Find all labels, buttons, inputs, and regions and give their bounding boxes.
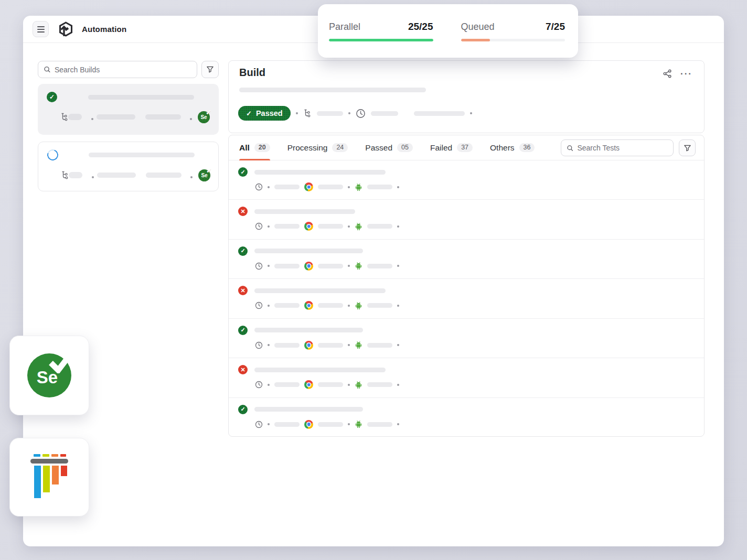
- test-title-skeleton: [254, 249, 363, 253]
- selenium-badge-icon: Se ✓: [198, 111, 210, 123]
- meta-skeleton: [318, 185, 343, 189]
- test-row[interactable]: ✕: [229, 200, 704, 239]
- tests-tab[interactable]: Passed 05: [365, 135, 413, 160]
- test-row[interactable]: ✓: [229, 319, 704, 358]
- meta-skeleton: [367, 343, 392, 348]
- tests-tab[interactable]: All 20: [239, 135, 270, 160]
- build-meta-line: Se ✓: [38, 111, 219, 124]
- meta-skeleton: [367, 382, 392, 387]
- test-title-skeleton: [254, 209, 355, 214]
- dot-separator: [397, 225, 399, 228]
- tests-panel: All 20 Processing 24 Passed 05 Failed 37…: [228, 135, 705, 437]
- dot-separator: [397, 186, 399, 188]
- meta-skeleton: [318, 343, 343, 348]
- dot-separator: [91, 118, 93, 120]
- build-description-skeleton: [239, 88, 426, 92]
- build-meta-row: ✓ Passed: [238, 106, 472, 121]
- meta-skeleton: [367, 224, 392, 229]
- tab-label: Failed: [430, 143, 452, 153]
- dot-separator: [348, 112, 350, 114]
- more-options-button[interactable]: ···: [680, 69, 692, 78]
- chrome-icon: [304, 182, 313, 191]
- hamburger-menu-button[interactable]: [33, 21, 49, 37]
- branch-icon: [60, 113, 69, 122]
- queued-value: 7/25: [546, 21, 565, 33]
- dot-separator: [268, 305, 270, 307]
- search-tests-input[interactable]: [577, 144, 668, 152]
- test-row[interactable]: ✕: [229, 279, 704, 318]
- build-title-skeleton: [89, 153, 195, 157]
- queued-progress-fill: [461, 39, 490, 41]
- meta-skeleton: [367, 422, 392, 427]
- dot-separator: [348, 384, 350, 386]
- test-title-skeleton: [254, 328, 363, 332]
- dot-separator: [92, 176, 94, 178]
- search-icon: [567, 144, 573, 152]
- pytest-logo-icon: [29, 454, 69, 500]
- pytest-logo-card: [9, 438, 89, 516]
- parallel-metric: Parallel 25/25: [329, 21, 433, 41]
- build-list-item[interactable]: ✓ Se ✓: [38, 84, 219, 135]
- meta-skeleton: [318, 382, 343, 387]
- test-row[interactable]: ✕: [229, 358, 704, 397]
- meta-skeleton: [318, 264, 343, 268]
- clock-icon: [255, 301, 263, 309]
- build-title-skeleton: [88, 95, 194, 100]
- clock-icon: [255, 381, 263, 389]
- search-builds-field[interactable]: [38, 61, 197, 78]
- dot-separator: [348, 225, 350, 228]
- filter-icon: [684, 144, 691, 152]
- build-header-panel: Build ··· ✓ Passed: [228, 60, 705, 133]
- builds-filter-button[interactable]: [201, 61, 219, 78]
- test-title-skeleton: [254, 368, 386, 372]
- share-icon: [663, 69, 672, 78]
- meta-skeleton: [274, 224, 300, 229]
- test-title-skeleton: [254, 288, 386, 293]
- meta-skeleton: [68, 114, 82, 120]
- meta-skeleton: [367, 264, 392, 268]
- dot-separator: [397, 384, 399, 386]
- meta-skeleton: [274, 185, 300, 189]
- meta-skeleton: [97, 114, 135, 120]
- filter-icon: [206, 66, 214, 73]
- parallel-value: 25/25: [408, 21, 433, 33]
- tests-tab[interactable]: Others 36: [490, 135, 535, 160]
- status-icon: ✕: [238, 286, 248, 295]
- meta-skeleton: [97, 173, 136, 178]
- selenium-logo-card: Se: [9, 336, 89, 415]
- meta-skeleton: [146, 173, 182, 178]
- tab-count-badge: 20: [254, 143, 270, 153]
- build-list-item[interactable]: Se ✓: [38, 142, 219, 191]
- android-icon: [355, 301, 362, 310]
- meta-skeleton: [274, 264, 300, 268]
- share-button[interactable]: [663, 69, 672, 78]
- test-row[interactable]: ✓: [229, 240, 704, 279]
- tab-label: Processing: [287, 143, 328, 153]
- tests-list: ✓: [229, 160, 704, 437]
- test-row[interactable]: ✓: [229, 398, 704, 437]
- passed-status-icon: ✓: [47, 92, 57, 102]
- dot-separator: [268, 344, 270, 346]
- chrome-icon: [304, 262, 313, 271]
- search-tests-field[interactable]: [561, 139, 674, 156]
- chrome-icon: [304, 222, 313, 231]
- status-icon: ✓: [238, 326, 248, 335]
- parallel-label: Parallel: [329, 21, 360, 33]
- tests-filter-button[interactable]: [679, 139, 696, 156]
- test-title-skeleton: [254, 170, 386, 175]
- chrome-icon: [304, 380, 313, 389]
- tests-tab[interactable]: Failed 37: [430, 135, 473, 160]
- status-icon: ✕: [238, 365, 248, 374]
- android-icon: [355, 222, 362, 231]
- test-row[interactable]: ✓: [229, 160, 704, 200]
- tests-tabs-row: All 20 Processing 24 Passed 05 Failed 37…: [229, 135, 704, 160]
- android-icon: [355, 381, 362, 389]
- tab-count-badge: 24: [332, 143, 348, 153]
- dot-separator: [397, 423, 399, 425]
- selenium-badge-icon: Se ✓: [198, 169, 210, 181]
- status-icon: ✕: [238, 207, 248, 216]
- meta-skeleton: [274, 303, 300, 308]
- android-icon: [355, 420, 362, 428]
- tests-tab[interactable]: Processing 24: [287, 135, 348, 160]
- search-builds-input[interactable]: [55, 66, 191, 74]
